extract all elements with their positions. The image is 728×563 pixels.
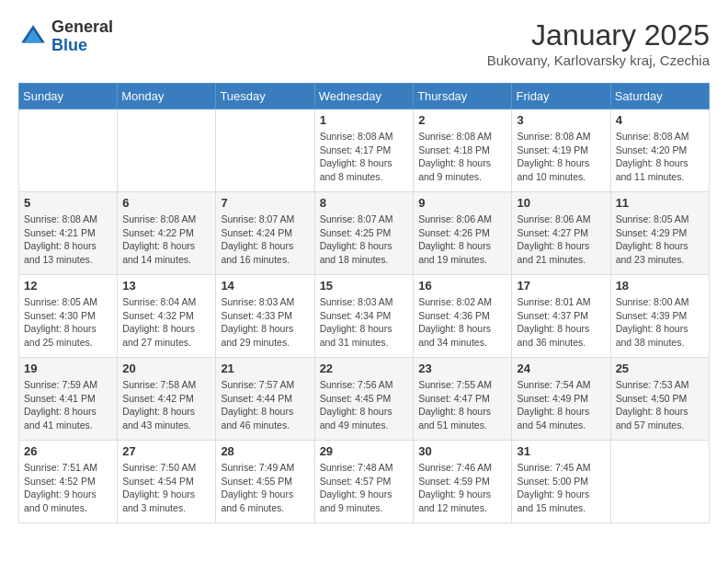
day-info: Sunrise: 7:54 AMSunset: 4:49 PMDaylight:…	[517, 378, 605, 432]
calendar-cell: 2Sunrise: 8:08 AMSunset: 4:18 PMDaylight…	[414, 109, 512, 192]
calendar-cell: 10Sunrise: 8:06 AMSunset: 4:27 PMDayligh…	[512, 192, 610, 275]
day-number: 27	[122, 444, 210, 458]
day-number: 17	[517, 279, 605, 293]
day-number: 3	[517, 113, 605, 127]
weekday-header: Sunday	[19, 84, 118, 109]
day-number: 29	[320, 444, 409, 458]
day-info: Sunrise: 8:00 AMSunset: 4:39 PMDaylight:…	[616, 295, 704, 350]
calendar-cell: 6Sunrise: 8:08 AMSunset: 4:22 PMDaylight…	[118, 192, 216, 275]
day-info: Sunrise: 8:06 AMSunset: 4:26 PMDaylight:…	[418, 213, 506, 267]
day-info: Sunrise: 8:03 AMSunset: 4:33 PMDaylight:…	[221, 295, 309, 350]
day-number: 11	[616, 196, 704, 210]
calendar-cell	[19, 109, 118, 192]
calendar-cell: 14Sunrise: 8:03 AMSunset: 4:33 PMDayligh…	[216, 275, 314, 358]
calendar-cell: 23Sunrise: 7:55 AMSunset: 4:47 PMDayligh…	[414, 358, 512, 441]
calendar-cell: 11Sunrise: 8:05 AMSunset: 4:29 PMDayligh…	[610, 192, 709, 275]
calendar-cell: 20Sunrise: 7:58 AMSunset: 4:42 PMDayligh…	[118, 358, 216, 441]
day-info: Sunrise: 8:05 AMSunset: 4:29 PMDaylight:…	[616, 213, 704, 267]
logo: General Blue	[18, 18, 113, 55]
day-number: 10	[517, 196, 605, 210]
calendar-cell: 30Sunrise: 7:46 AMSunset: 4:59 PMDayligh…	[414, 441, 512, 523]
day-info: Sunrise: 7:59 AMSunset: 4:41 PMDaylight:…	[24, 378, 112, 432]
calendar-cell	[118, 109, 216, 192]
day-info: Sunrise: 7:56 AMSunset: 4:45 PMDaylight:…	[320, 378, 409, 432]
day-info: Sunrise: 8:05 AMSunset: 4:30 PMDaylight:…	[24, 295, 112, 350]
calendar-cell: 28Sunrise: 7:49 AMSunset: 4:55 PMDayligh…	[216, 441, 314, 523]
calendar-cell: 19Sunrise: 7:59 AMSunset: 4:41 PMDayligh…	[19, 358, 118, 441]
day-info: Sunrise: 7:46 AMSunset: 4:59 PMDaylight:…	[418, 461, 506, 515]
weekday-header: Thursday	[414, 84, 512, 109]
calendar-cell: 12Sunrise: 8:05 AMSunset: 4:30 PMDayligh…	[19, 275, 118, 358]
calendar-week-row: 1Sunrise: 8:08 AMSunset: 4:17 PMDaylight…	[19, 109, 710, 192]
title-area: January 2025 Bukovany, Karlovarsky kraj,…	[487, 18, 710, 68]
calendar-cell: 26Sunrise: 7:51 AMSunset: 4:52 PMDayligh…	[19, 441, 118, 523]
day-info: Sunrise: 8:08 AMSunset: 4:22 PMDaylight:…	[122, 213, 210, 267]
day-number: 24	[517, 362, 605, 375]
calendar-cell: 25Sunrise: 7:53 AMSunset: 4:50 PMDayligh…	[610, 358, 709, 441]
day-number: 28	[221, 444, 309, 458]
day-number: 4	[616, 113, 704, 127]
day-number: 13	[122, 279, 210, 293]
month-title: January 2025	[487, 18, 710, 52]
calendar-cell: 8Sunrise: 8:07 AMSunset: 4:25 PMDaylight…	[314, 192, 414, 275]
day-info: Sunrise: 8:06 AMSunset: 4:27 PMDaylight:…	[517, 213, 605, 267]
calendar-week-row: 19Sunrise: 7:59 AMSunset: 4:41 PMDayligh…	[19, 358, 710, 441]
calendar-cell: 3Sunrise: 8:08 AMSunset: 4:19 PMDaylight…	[512, 109, 610, 192]
calendar-cell: 31Sunrise: 7:45 AMSunset: 5:00 PMDayligh…	[512, 441, 610, 523]
calendar-cell: 4Sunrise: 8:08 AMSunset: 4:20 PMDaylight…	[610, 109, 709, 192]
logo-icon	[18, 22, 48, 52]
day-info: Sunrise: 7:49 AMSunset: 4:55 PMDaylight:…	[221, 461, 309, 515]
day-number: 1	[320, 113, 409, 127]
weekday-header: Saturday	[610, 84, 709, 109]
weekday-header: Wednesday	[314, 84, 414, 109]
weekday-header: Friday	[512, 84, 610, 109]
day-number: 8	[320, 196, 409, 210]
day-info: Sunrise: 7:45 AMSunset: 5:00 PMDaylight:…	[517, 461, 605, 515]
day-number: 2	[418, 113, 506, 127]
calendar-cell: 9Sunrise: 8:06 AMSunset: 4:26 PMDaylight…	[414, 192, 512, 275]
day-info: Sunrise: 7:51 AMSunset: 4:52 PMDaylight:…	[24, 461, 112, 515]
weekday-header: Tuesday	[216, 84, 314, 109]
day-info: Sunrise: 8:07 AMSunset: 4:25 PMDaylight:…	[320, 213, 409, 267]
day-info: Sunrise: 7:58 AMSunset: 4:42 PMDaylight:…	[122, 378, 210, 432]
calendar-cell: 27Sunrise: 7:50 AMSunset: 4:54 PMDayligh…	[118, 441, 216, 523]
calendar-week-row: 26Sunrise: 7:51 AMSunset: 4:52 PMDayligh…	[19, 441, 710, 523]
calendar-week-row: 12Sunrise: 8:05 AMSunset: 4:30 PMDayligh…	[19, 275, 710, 358]
logo-general: General	[51, 18, 113, 37]
header: General Blue January 2025 Bukovany, Karl…	[18, 18, 710, 68]
day-number: 6	[122, 196, 210, 210]
calendar-cell: 1Sunrise: 8:08 AMSunset: 4:17 PMDaylight…	[314, 109, 414, 192]
calendar-cell: 18Sunrise: 8:00 AMSunset: 4:39 PMDayligh…	[610, 275, 709, 358]
weekday-header: Monday	[118, 84, 216, 109]
day-number: 7	[221, 196, 309, 210]
calendar-cell	[216, 109, 314, 192]
day-number: 9	[418, 196, 506, 210]
day-number: 16	[418, 279, 506, 293]
day-info: Sunrise: 8:01 AMSunset: 4:37 PMDaylight:…	[517, 295, 605, 350]
calendar-cell: 15Sunrise: 8:03 AMSunset: 4:34 PMDayligh…	[314, 275, 414, 358]
calendar-cell: 16Sunrise: 8:02 AMSunset: 4:36 PMDayligh…	[414, 275, 512, 358]
calendar-cell: 13Sunrise: 8:04 AMSunset: 4:32 PMDayligh…	[118, 275, 216, 358]
day-info: Sunrise: 8:02 AMSunset: 4:36 PMDaylight:…	[418, 295, 506, 350]
day-number: 20	[122, 362, 210, 375]
day-number: 26	[24, 444, 112, 458]
day-number: 30	[418, 444, 506, 458]
day-number: 25	[616, 362, 704, 375]
calendar-cell: 29Sunrise: 7:48 AMSunset: 4:57 PMDayligh…	[314, 441, 414, 523]
weekday-header-row: SundayMondayTuesdayWednesdayThursdayFrid…	[19, 84, 710, 109]
calendar-cell: 7Sunrise: 8:07 AMSunset: 4:24 PMDaylight…	[216, 192, 314, 275]
day-info: Sunrise: 8:08 AMSunset: 4:20 PMDaylight:…	[616, 130, 704, 184]
day-number: 21	[221, 362, 309, 375]
day-info: Sunrise: 8:08 AMSunset: 4:19 PMDaylight:…	[517, 130, 605, 184]
day-info: Sunrise: 7:50 AMSunset: 4:54 PMDaylight:…	[122, 461, 210, 515]
day-number: 22	[320, 362, 409, 375]
location: Bukovany, Karlovarsky kraj, Czechia	[487, 52, 710, 68]
day-info: Sunrise: 8:04 AMSunset: 4:32 PMDaylight:…	[122, 295, 210, 350]
logo-text: General Blue	[51, 18, 113, 55]
day-info: Sunrise: 7:57 AMSunset: 4:44 PMDaylight:…	[221, 378, 309, 432]
day-number: 15	[320, 279, 409, 293]
day-number: 14	[221, 279, 309, 293]
day-info: Sunrise: 8:08 AMSunset: 4:17 PMDaylight:…	[320, 130, 409, 184]
day-number: 12	[24, 279, 112, 293]
logo-blue: Blue	[51, 37, 113, 55]
